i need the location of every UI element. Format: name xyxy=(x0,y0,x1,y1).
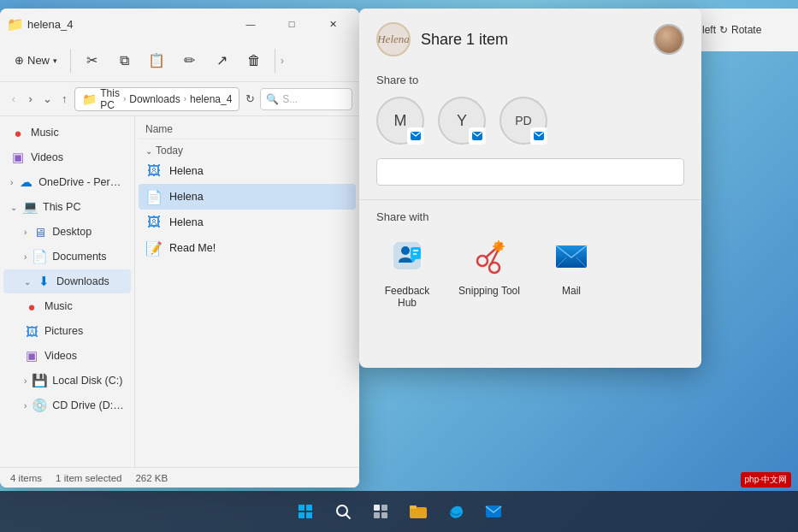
music-icon: ● xyxy=(10,125,26,140)
back-button[interactable]: ‹ xyxy=(7,87,21,111)
group-chevron-icon: ⌄ xyxy=(145,146,152,156)
forward-button[interactable]: › xyxy=(24,87,38,111)
share-contacts: M Y PD xyxy=(359,93,701,158)
breadcrumb-folder-icon: 📁 xyxy=(82,92,97,106)
name-column-header: Name xyxy=(145,123,173,135)
sidebar-item-documents[interactable]: › 📄 Documents xyxy=(3,245,131,269)
start-button[interactable] xyxy=(288,494,322,529)
sidebar-item-desktop[interactable]: › 🖥 Desktop xyxy=(3,220,131,244)
sidebar-item-pictures[interactable]: 🖼 Pictures xyxy=(3,319,131,343)
sidebar-item-thispc[interactable]: ⌄ 💻 This PC xyxy=(3,195,131,219)
up-button[interactable]: ↑ xyxy=(57,87,71,111)
cut-button[interactable]: ✂ xyxy=(76,44,107,78)
recent-locations-button[interactable]: ⌄ xyxy=(41,87,55,111)
paste-icon: 📋 xyxy=(148,54,165,68)
sidebar-label: Local Disk (C:) xyxy=(52,375,124,387)
rotate-label: Rotate xyxy=(731,24,761,36)
videos-2-icon: ▣ xyxy=(24,348,39,364)
file-name: Read Me! xyxy=(169,242,216,254)
sidebar-item-videos-2[interactable]: ▣ Videos xyxy=(3,344,131,368)
outlook-badge-y xyxy=(469,127,486,145)
explorer-content: ● Music ▣ Videos › ☁ OneDrive - Perso...… xyxy=(0,116,359,467)
left-label: left xyxy=(702,24,716,36)
rename-button[interactable]: ✏ xyxy=(174,44,204,78)
svg-rect-27 xyxy=(381,512,387,518)
share-with-label: Share with xyxy=(359,210,701,230)
app-feedback-hub[interactable]: Feedback Hub xyxy=(376,233,438,309)
share-search-box[interactable] xyxy=(376,158,684,186)
contact-y[interactable]: Y xyxy=(438,97,486,145)
sidebar-item-music-2[interactable]: ● Music xyxy=(3,294,131,318)
delete-button[interactable]: 🗑 xyxy=(239,44,269,78)
file-item-helena-1[interactable]: 🖼 Helena xyxy=(139,158,356,184)
sidebar-item-music-1[interactable]: ● Music xyxy=(3,121,131,145)
file-name: Helena xyxy=(169,191,204,203)
share-apps-row: Feedback Hub Snipping Tool xyxy=(359,230,701,312)
copy-icon: ⧉ xyxy=(120,54,129,68)
minimize-button[interactable]: — xyxy=(231,10,270,38)
music-2-icon: ● xyxy=(24,299,39,314)
toolbar-separator-1 xyxy=(70,49,71,73)
contact-pd[interactable]: PD xyxy=(499,97,547,145)
taskview-button[interactable] xyxy=(364,494,398,529)
copy-button[interactable]: ⧉ xyxy=(109,44,139,78)
edge-taskbar-button[interactable] xyxy=(439,494,473,529)
file-list: Name ⌄ Today 🖼 Helena 📄 Helena 🖼 Helena xyxy=(135,116,359,467)
contact-m[interactable]: M xyxy=(376,97,424,145)
localc-icon: 💾 xyxy=(32,373,47,388)
share-button[interactable]: ↗ xyxy=(206,44,237,78)
outlook-badge-m xyxy=(407,127,424,145)
paste-button[interactable]: 📋 xyxy=(141,44,172,78)
contact-avatar-y: Y xyxy=(438,97,486,145)
sidebar-item-cdd[interactable]: › 💿 CD Drive (D:) Vi... xyxy=(3,393,131,417)
taskbar-icons xyxy=(288,494,511,529)
refresh-button[interactable]: ↻ xyxy=(243,87,257,111)
svg-rect-5 xyxy=(411,247,421,259)
desktop-icon: 🖥 xyxy=(32,224,47,239)
search-taskbar-button[interactable] xyxy=(326,494,360,529)
svg-rect-21 xyxy=(306,512,312,518)
mail-label: Mail xyxy=(562,285,581,297)
sidebar-item-downloads[interactable]: ⌄ ⬇ Downloads xyxy=(3,269,131,293)
search-box[interactable]: 🔍 S... xyxy=(260,88,352,110)
rename-icon: ✏ xyxy=(184,54,195,68)
app-mail[interactable]: Mail xyxy=(541,233,602,297)
new-icon: ⊕ xyxy=(15,54,24,67)
group-label: Today xyxy=(156,145,183,157)
file-item-helena-3[interactable]: 🖼 Helena xyxy=(139,210,356,235)
mail-taskbar-button[interactable] xyxy=(476,494,511,529)
file-list-header: Name xyxy=(139,120,356,139)
file-item-helena-2[interactable]: 📄 Helena xyxy=(139,184,356,210)
thispc-icon: 💻 xyxy=(22,199,38,215)
outlook-badge-pd xyxy=(530,127,547,145)
taskbar xyxy=(0,491,798,532)
maximize-button[interactable]: □ xyxy=(272,10,311,38)
close-button[interactable]: ✕ xyxy=(313,10,352,38)
new-button[interactable]: ⊕ New ▾ xyxy=(7,46,65,75)
right-panel-hint: left ↻ Rotate xyxy=(695,9,798,51)
sidebar-item-videos-1[interactable]: ▣ Videos xyxy=(3,145,131,169)
sidebar-label: Music xyxy=(31,127,124,139)
contact-initials: Y xyxy=(457,112,467,130)
contact-avatar-m: M xyxy=(376,97,424,145)
app-snipping-tool[interactable]: Snipping Tool xyxy=(458,233,520,297)
share-divider xyxy=(359,199,701,200)
share-title: Share 1 item xyxy=(421,31,643,49)
file-item-readme[interactable]: 📝 Read Me! xyxy=(139,235,356,261)
file-explorer-taskbar-button[interactable] xyxy=(401,494,435,529)
expand-arrow: ⌄ xyxy=(10,203,17,212)
breadcrumb[interactable]: 📁 This PC › Downloads › helena_4 xyxy=(74,87,239,111)
sidebar-label: This PC xyxy=(43,201,124,213)
file-size: 262 KB xyxy=(135,473,168,483)
share-header: Helena Share 1 item xyxy=(359,9,701,70)
folder-title-icon: 📁 xyxy=(7,16,24,33)
feedback-hub-label: Feedback Hub xyxy=(376,285,438,309)
sidebar-item-onedrive[interactable]: › ☁ OneDrive - Perso... xyxy=(3,170,131,194)
sidebar-item-localc[interactable]: › 💾 Local Disk (C:) xyxy=(3,369,131,393)
sidebar-label: Videos xyxy=(44,350,124,362)
svg-line-23 xyxy=(346,514,350,518)
image-file-icon-2: 🖼 xyxy=(145,214,163,231)
user-avatar xyxy=(653,24,684,55)
svg-rect-24 xyxy=(374,505,380,511)
feedback-hub-icon-wrap xyxy=(385,233,429,278)
